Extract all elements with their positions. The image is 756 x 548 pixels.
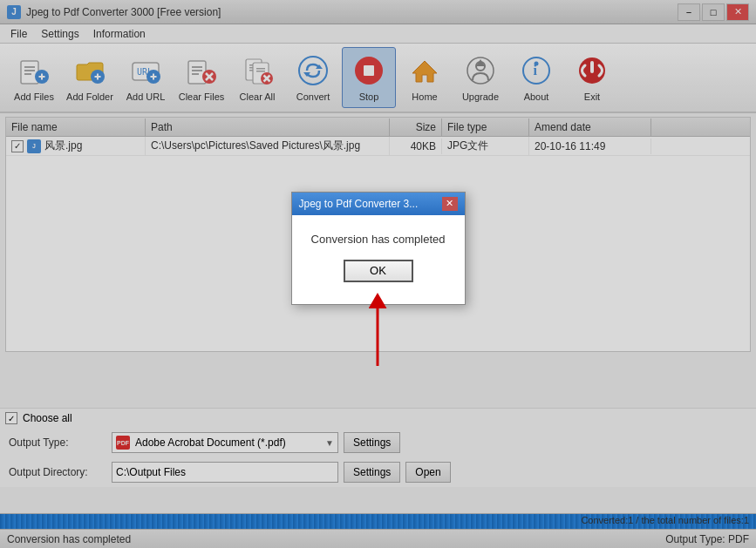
- dialog-box: Jpeg to Pdf Converter 3... ✕ Conversion …: [291, 192, 466, 305]
- dialog-title-bar: Jpeg to Pdf Converter 3... ✕: [292, 193, 465, 215]
- dialog-ok-button[interactable]: OK: [344, 260, 413, 282]
- dialog-body: Conversion has completed OK: [292, 215, 465, 293]
- dialog-title-text: Jpeg to Pdf Converter 3...: [299, 198, 419, 210]
- dialog-overlay: Jpeg to Pdf Converter 3... ✕ Conversion …: [0, 0, 756, 548]
- dialog-close-button[interactable]: ✕: [442, 197, 458, 211]
- dialog-message: Conversion has completed: [306, 233, 451, 246]
